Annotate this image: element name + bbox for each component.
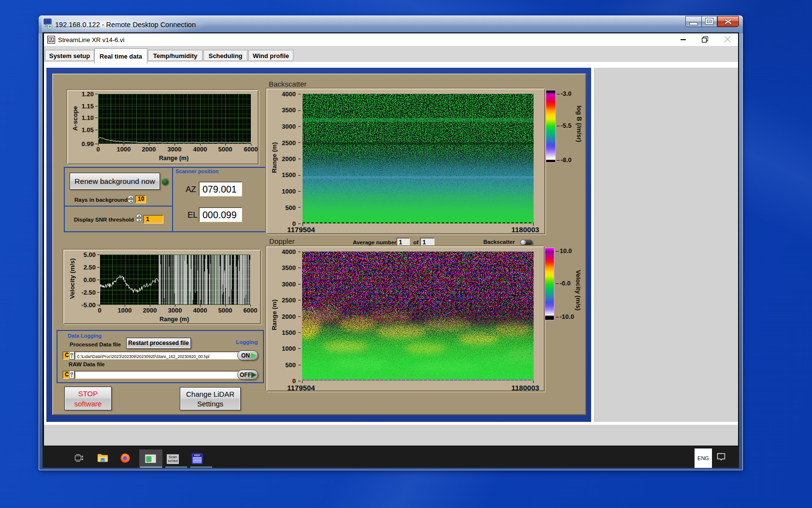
- svg-text:WEEK: WEEK: [194, 454, 200, 457]
